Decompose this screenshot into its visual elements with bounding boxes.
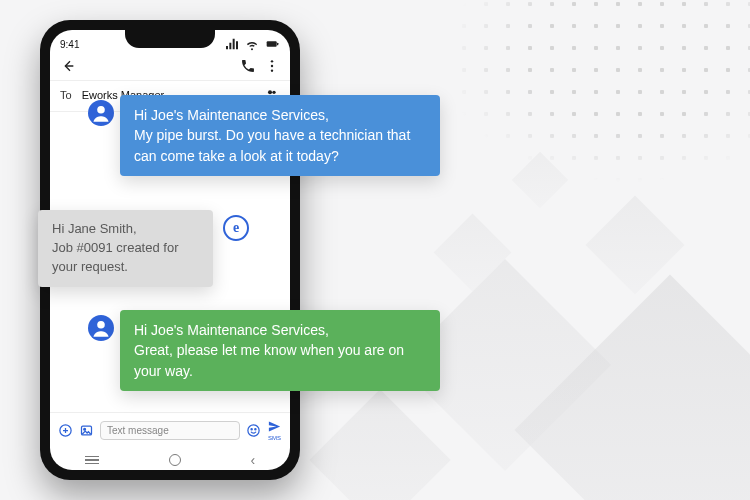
- battery-icon: [264, 36, 280, 52]
- message-text: Hi Joe's Maintenance Services, Great, pl…: [134, 322, 404, 379]
- company-avatar: e: [223, 215, 249, 241]
- message-input[interactable]: Text message: [100, 421, 240, 440]
- decorative-diamond: [586, 196, 685, 295]
- svg-point-12: [255, 428, 256, 429]
- send-icon: [267, 419, 282, 434]
- status-time: 9:41: [60, 39, 79, 50]
- svg-rect-1: [277, 43, 278, 46]
- decorative-diamond: [514, 274, 750, 500]
- message-input-bar: Text message SMS: [50, 412, 290, 447]
- message-text: Hi Joe's Maintenance Services, My pipe b…: [134, 107, 410, 164]
- back-button[interactable]: ‹: [250, 452, 255, 468]
- svg-point-2: [271, 60, 273, 62]
- send-button[interactable]: SMS: [267, 419, 282, 441]
- phone-notch: [125, 30, 215, 48]
- svg-point-3: [271, 65, 273, 67]
- more-vert-icon[interactable]: [264, 58, 280, 74]
- smile-icon[interactable]: [246, 423, 261, 438]
- phone-icon[interactable]: [240, 58, 256, 74]
- android-nav-bar: ‹: [50, 447, 290, 470]
- svg-point-9: [84, 428, 86, 430]
- to-label: To: [60, 89, 72, 101]
- decorative-diamond: [434, 214, 512, 292]
- svg-rect-0: [267, 41, 277, 46]
- outgoing-message-bubble: Hi Jane Smith, Job #0091 created for you…: [38, 210, 213, 287]
- recent-apps-button[interactable]: [85, 456, 99, 465]
- incoming-message-bubble: Hi Joe's Maintenance Services, My pipe b…: [120, 95, 440, 176]
- svg-point-16: [97, 321, 105, 329]
- signal-icon: [224, 36, 240, 52]
- svg-point-5: [268, 90, 272, 94]
- customer-avatar: [88, 315, 114, 341]
- svg-point-4: [271, 69, 273, 71]
- customer-avatar: [88, 100, 114, 126]
- svg-point-11: [251, 428, 252, 429]
- decorative-diamond: [309, 389, 450, 500]
- home-button[interactable]: [169, 454, 181, 466]
- send-label: SMS: [268, 435, 281, 441]
- svg-point-14: [97, 106, 105, 114]
- decorative-diamond: [512, 152, 569, 209]
- incoming-message-bubble: Hi Joe's Maintenance Services, Great, pl…: [120, 310, 440, 391]
- plus-circle-icon[interactable]: [58, 423, 73, 438]
- svg-point-6: [272, 91, 275, 94]
- wifi-icon: [244, 36, 260, 52]
- svg-point-10: [248, 424, 259, 435]
- image-icon[interactable]: [79, 423, 94, 438]
- conversation-top-bar: [50, 54, 290, 81]
- message-text: Hi Jane Smith, Job #0091 created for you…: [52, 221, 178, 274]
- back-arrow-icon[interactable]: [60, 58, 76, 74]
